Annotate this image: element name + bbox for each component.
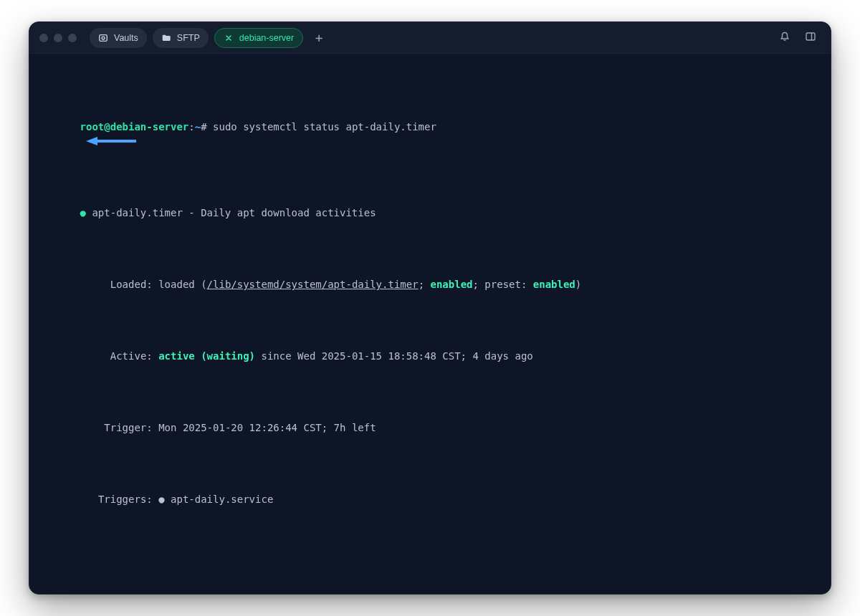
svg-marker-4 bbox=[86, 137, 97, 145]
svg-point-1 bbox=[102, 37, 105, 39]
triggers-line-1: Triggers: ● apt-daily.service bbox=[44, 478, 816, 521]
tab-label: SFTP bbox=[177, 33, 200, 43]
zoom-window[interactable] bbox=[68, 34, 77, 42]
annotation-arrow-1 bbox=[86, 136, 136, 146]
tab-vaults[interactable]: Vaults bbox=[90, 28, 147, 48]
close-icon[interactable] bbox=[224, 33, 234, 43]
titlebar: Vaults SFTP debian-server + bbox=[29, 22, 831, 54]
tab-label: Vaults bbox=[114, 33, 138, 43]
prompt-user: root@debian-server bbox=[80, 121, 189, 133]
trigger-line-1: Trigger: Mon 2025-01-20 12:26:44 CST; 7h… bbox=[44, 406, 816, 449]
active-line-1: Active: active (waiting) since Wed 2025-… bbox=[44, 335, 816, 377]
svg-rect-0 bbox=[100, 34, 108, 41]
folder-icon bbox=[161, 33, 171, 43]
vaults-icon bbox=[98, 33, 108, 43]
svg-rect-2 bbox=[806, 33, 815, 40]
terminal-body[interactable]: root@debian-server:~# sudo systemctl sta… bbox=[29, 54, 831, 594]
tab-debian-server[interactable]: debian-server bbox=[214, 28, 303, 48]
bell-icon bbox=[779, 31, 790, 45]
new-tab-button[interactable]: + bbox=[309, 28, 329, 48]
prompt-line-1: root@debian-server:~# sudo systemctl sta… bbox=[44, 105, 816, 163]
loaded-line-1: Loaded: loaded (/lib/systemd/system/apt-… bbox=[44, 263, 816, 306]
panel-toggle-button[interactable] bbox=[801, 28, 821, 48]
plus-icon: + bbox=[315, 30, 323, 45]
notifications-button[interactable] bbox=[775, 28, 795, 48]
tab-sftp[interactable]: SFTP bbox=[153, 28, 209, 48]
blank bbox=[44, 549, 816, 564]
unit-header-1: ● apt-daily.timer - Daily apt download a… bbox=[44, 191, 816, 234]
traffic-lights bbox=[39, 34, 77, 42]
log-line-1: Jan 15 18:58:48 debian-server systemd[1]… bbox=[44, 592, 816, 594]
command-1: sudo systemctl status apt-daily.timer bbox=[213, 121, 436, 133]
close-window[interactable] bbox=[39, 34, 48, 42]
minimize-window[interactable] bbox=[54, 34, 62, 42]
terminal-window: Vaults SFTP debian-server + bbox=[29, 21, 831, 595]
unit-path-1: /lib/systemd/system/apt-daily.timer bbox=[207, 279, 419, 290]
tab-label: debian-server bbox=[239, 33, 294, 43]
prompt-path: ~ bbox=[195, 121, 201, 133]
panel-icon bbox=[805, 31, 816, 45]
